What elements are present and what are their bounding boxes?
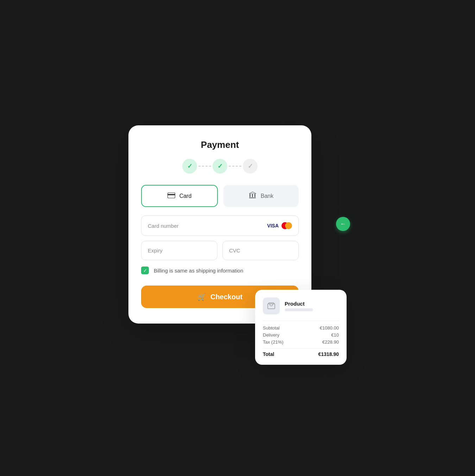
tax-row: Tax (21%) €228.90 — [263, 339, 339, 345]
mastercard-logo — [281, 222, 292, 229]
svg-rect-5 — [249, 198, 256, 198]
payment-method-selector: Card Bank — [141, 185, 299, 207]
total-label: Total — [263, 351, 274, 357]
order-summary-card: Product Subtotal €1080.00 Delivery €10 T… — [255, 290, 347, 365]
step-line-1 — [198, 166, 211, 167]
step-1-check: ✓ — [187, 162, 192, 170]
card-number-field[interactable]: Card number VISA — [141, 215, 299, 236]
visa-logo: VISA — [267, 223, 279, 228]
step-2: ✓ — [213, 159, 227, 174]
summary-divider-1 — [263, 321, 339, 321]
expiry-cvc-row: Expiry CVC — [141, 241, 299, 260]
cart-icon: 🛒 — [197, 293, 206, 301]
step-line-2 — [229, 166, 241, 167]
product-name: Product — [285, 301, 339, 307]
step-2-check: ✓ — [217, 162, 223, 170]
back-icon: ← — [340, 221, 346, 227]
page-title: Payment — [141, 139, 299, 150]
delivery-value: €10 — [331, 332, 339, 338]
total-row: Total €1318.90 — [263, 348, 339, 357]
svg-rect-1 — [167, 194, 175, 195]
product-detail-bar — [285, 308, 313, 311]
card-method-button[interactable]: Card — [141, 185, 218, 207]
product-icon-box — [263, 298, 280, 314]
step-3: ✓ — [243, 159, 258, 174]
tax-value: €228.90 — [322, 339, 339, 345]
tax-label: Tax (21%) — [263, 339, 284, 345]
subtotal-label: Subtotal — [263, 325, 280, 331]
progress-steps: ✓ ✓ ✓ — [141, 159, 299, 174]
delivery-label: Delivery — [263, 332, 279, 338]
checkout-label: Checkout — [210, 293, 242, 301]
svg-rect-3 — [252, 194, 253, 197]
card-logos: VISA — [267, 222, 292, 229]
svg-rect-6 — [268, 304, 275, 309]
svg-rect-0 — [167, 193, 175, 198]
step-3-check: ✓ — [248, 162, 253, 170]
delivery-row: Delivery €10 — [263, 332, 339, 338]
back-button[interactable]: ← — [336, 217, 350, 231]
expiry-field[interactable]: Expiry — [141, 241, 217, 260]
billing-check-icon: ✓ — [143, 268, 147, 273]
step-1: ✓ — [182, 159, 197, 174]
billing-label: Billing is same as shipping information — [154, 268, 243, 274]
subtotal-value: €1080.00 — [320, 325, 339, 331]
cvc-placeholder: CVC — [229, 248, 240, 253]
billing-row: ✓ Billing is same as shipping informatio… — [141, 265, 299, 276]
billing-checkbox[interactable]: ✓ — [141, 267, 149, 274]
card-method-label: Card — [179, 193, 192, 199]
bank-method-button[interactable]: Bank — [223, 185, 299, 207]
bank-method-icon — [249, 192, 256, 200]
svg-rect-4 — [254, 194, 255, 197]
product-text: Product — [285, 301, 339, 311]
cvc-field[interactable]: CVC — [222, 241, 299, 260]
card-number-placeholder: Card number — [148, 223, 179, 229]
svg-rect-2 — [249, 194, 251, 197]
subtotal-row: Subtotal €1080.00 — [263, 325, 339, 331]
product-row: Product — [263, 298, 339, 314]
expiry-placeholder: Expiry — [148, 248, 163, 253]
bank-method-label: Bank — [261, 193, 273, 199]
total-value: €1318.90 — [318, 351, 339, 357]
card-method-icon — [167, 192, 175, 200]
